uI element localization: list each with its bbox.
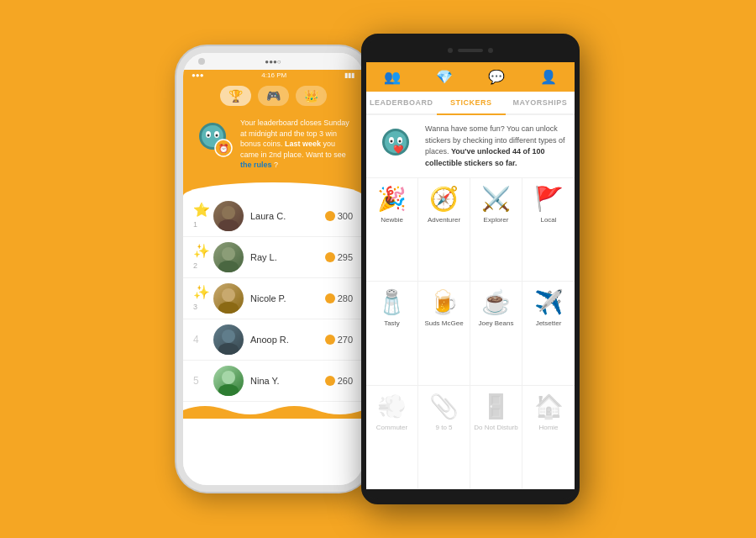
- tasty-sticker-icon: 🧂: [377, 288, 407, 316]
- svg-point-15: [218, 343, 239, 355]
- homie-sticker-label: Homie: [538, 424, 558, 431]
- sticker-explorer[interactable]: ⚔️ Explorer: [470, 178, 522, 282]
- avatar-nicole: [213, 283, 244, 314]
- tab-leaderboard[interactable]: LEADERBOARD: [366, 92, 437, 113]
- android-camera: [448, 48, 453, 53]
- score-value-anoop: 270: [338, 335, 353, 345]
- android-topbar: 👥 💎 💬 👤: [366, 62, 575, 92]
- iphone-leaderboard: ⭐ 1 Laura C. 300 ✨ 2 Ray L. 295: [183, 182, 363, 485]
- iphone-device: ●●●○ ●●● 4:16 PM ▮▮▮ 🏆 🎮 👑: [176, 46, 370, 492]
- sticker-9to5[interactable]: 📎 9 to 5: [418, 386, 470, 489]
- leaderboard-item-4[interactable]: 4 Anoop R. 270: [183, 319, 363, 361]
- android-sensor: [488, 48, 493, 53]
- sticker-adventurer[interactable]: 🧭 Adventurer: [418, 178, 470, 282]
- svg-point-23: [399, 140, 402, 143]
- android-mascot: ❤️: [375, 124, 417, 166]
- svg-point-4: [207, 134, 210, 137]
- joey-beans-sticker-icon: ☕: [481, 288, 511, 316]
- 9to5-sticker-label: 9 to 5: [435, 424, 452, 431]
- iphone-tab-game[interactable]: 🎮: [258, 86, 289, 106]
- score-value-nina: 260: [338, 376, 353, 386]
- sticker-commuter[interactable]: 💨 Commuter: [366, 386, 418, 489]
- score-value-nicole: 280: [338, 293, 353, 303]
- svg-point-16: [222, 371, 235, 384]
- rank-icon-1: ⭐: [193, 203, 210, 217]
- rank-number-2: 2: [193, 261, 197, 270]
- sticker-do-not-disturb[interactable]: 🚪 Do Not Disturb: [470, 386, 522, 489]
- leaderboard-item-1[interactable]: ⭐ 1 Laura C. 300: [183, 196, 363, 237]
- sticker-joey-beans[interactable]: ☕ Joey Beans: [470, 282, 522, 385]
- svg-point-14: [222, 330, 235, 343]
- score-nicole: 280: [325, 293, 353, 303]
- suds-mcgee-sticker-icon: 🍺: [429, 288, 459, 316]
- coin-icon-2: [325, 252, 335, 262]
- sticker-local[interactable]: 🚩 Local: [522, 178, 575, 282]
- svg-point-17: [218, 384, 239, 396]
- trophy-icon: 🏆: [228, 89, 243, 103]
- sticker-homie[interactable]: 🏠 Homie: [522, 386, 575, 489]
- avatar-anoop: [213, 324, 244, 355]
- leaderboard-item-5[interactable]: 5 Nina Y. 260: [183, 361, 363, 402]
- friends-icon[interactable]: 👥: [384, 69, 401, 85]
- leaderboard-item-3[interactable]: ✨ 3 Nicole P. 280: [183, 278, 363, 319]
- joey-beans-sticker-label: Joey Beans: [479, 319, 514, 327]
- iphone-wave: [183, 182, 363, 196]
- rank-2: ✨ 2: [193, 243, 207, 271]
- local-sticker-label: Local: [540, 216, 556, 224]
- jetsetter-sticker-icon: ✈️: [534, 288, 564, 316]
- rank-4: 4: [193, 334, 207, 345]
- score-value-laura: 300: [338, 211, 353, 221]
- commuter-sticker-icon: 💨: [377, 393, 407, 420]
- android-info-banner: ❤️ Wanna have some fun? You can unlock s…: [366, 115, 575, 178]
- coin-icon: [325, 211, 335, 221]
- iphone-banner-text: Your leaderboard closes Sunday at midnig…: [240, 118, 354, 171]
- sticker-newbie[interactable]: 🎉 Newbie: [366, 178, 418, 282]
- iphone-tab-crown[interactable]: 👑: [296, 86, 327, 106]
- do-not-disturb-sticker-label: Do Not Disturb: [474, 424, 517, 431]
- explorer-sticker-icon: ⚔️: [481, 185, 511, 213]
- sticker-grid: 🎉 Newbie 🧭 Adventurer ⚔️ Explorer 🚩 Loca…: [366, 178, 575, 489]
- svg-point-11: [218, 261, 239, 272]
- tab-stickers[interactable]: STICKERS: [437, 92, 506, 115]
- crown-icon: 👑: [304, 89, 318, 103]
- svg-point-10: [222, 247, 235, 261]
- rank-number-3: 3: [193, 303, 197, 311]
- iphone-statusbar: ●●● 4:16 PM ▮▮▮: [183, 70, 363, 81]
- rank-number-1: 1: [193, 220, 197, 229]
- newbie-sticker-icon: 🎉: [377, 185, 407, 213]
- iphone-tab-bar: 🏆 🎮 👑: [183, 81, 363, 111]
- coin-icon-3: [325, 293, 335, 303]
- message-icon[interactable]: 💬: [488, 69, 505, 85]
- score-value-ray: 295: [338, 252, 353, 262]
- avatar-ray: [213, 242, 244, 272]
- android-bottom-bezel: [366, 489, 575, 499]
- android-speaker: [458, 49, 483, 52]
- iphone-dots-indicator: ●●●○: [265, 58, 281, 66]
- iphone-notch: ●●●○: [183, 53, 363, 70]
- score-ray: 295: [325, 252, 353, 262]
- svg-point-5: [216, 134, 218, 137]
- svg-point-8: [222, 206, 235, 219]
- iphone-signal: ●●●: [192, 71, 204, 79]
- android-device: 👥 💎 💬 👤 LEADERBOARD STICKERS MAYORSHIPS: [361, 34, 580, 504]
- sticker-jetsetter[interactable]: ✈️ Jetsetter: [522, 282, 575, 385]
- sticker-suds-mcgee[interactable]: 🍺 Suds McGee: [418, 282, 470, 385]
- iphone-tab-trophy[interactable]: 🏆: [220, 86, 251, 106]
- score-nina: 260: [325, 376, 353, 386]
- android-screen: 👥 💎 💬 👤 LEADERBOARD STICKERS MAYORSHIPS: [366, 62, 575, 489]
- diamond-icon[interactable]: 💎: [436, 69, 453, 85]
- svg-point-13: [218, 302, 239, 314]
- 9to5-sticker-icon: 📎: [429, 393, 459, 420]
- rank-3: ✨ 3: [193, 284, 207, 312]
- rank-icon-3: ✨: [193, 285, 210, 299]
- leaderboard-item-2[interactable]: ✨ 2 Ray L. 295: [183, 237, 363, 278]
- tab-mayorships[interactable]: MAYORSHIPS: [506, 92, 575, 113]
- adventurer-sticker-label: Adventurer: [428, 216, 460, 224]
- bottom-wave: [183, 402, 363, 419]
- banner-link[interactable]: the rules: [240, 161, 272, 169]
- coin-icon-5: [325, 376, 335, 386]
- rank-5: 5: [193, 375, 207, 387]
- sticker-tasty[interactable]: 🧂 Tasty: [366, 282, 418, 385]
- profile-icon[interactable]: 👤: [540, 69, 557, 85]
- name-nicole: Nicole P.: [250, 293, 318, 303]
